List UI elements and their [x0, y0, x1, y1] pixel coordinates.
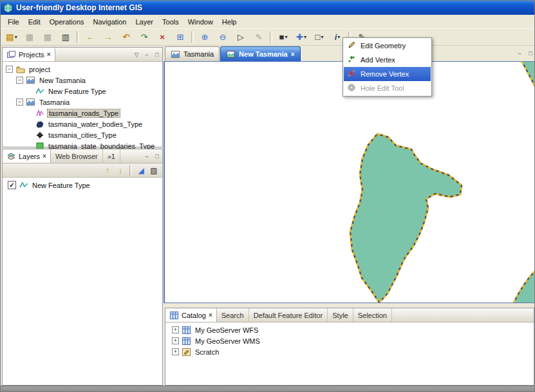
- close-icon[interactable]: ×: [291, 51, 295, 58]
- menubar: File Edit Operations Navigation Layer To…: [1, 15, 535, 29]
- apply-button[interactable]: ▷: [232, 30, 250, 45]
- maximize-icon[interactable]: □: [525, 50, 535, 57]
- dropdown-arrow-icon: ▾: [285, 34, 287, 40]
- tree-item-project[interactable]: − project: [3, 64, 162, 75]
- toolbar-separator: [77, 32, 79, 43]
- tab-view-stack-chevron[interactable]: »1: [103, 149, 120, 163]
- tree-item-new-feature-type[interactable]: New Feature Type: [3, 86, 162, 97]
- tree-item-tasmania[interactable]: − Tasmania: [3, 97, 162, 107]
- layer-visibility-checkbox[interactable]: ✓: [8, 181, 16, 189]
- zoom-in-button[interactable]: ⊕: [196, 30, 214, 45]
- tree-item-new-tasmania[interactable]: − New Tasmania: [3, 75, 162, 86]
- layer-item-label: New Feature Type: [31, 182, 91, 189]
- redo-button[interactable]: ↷: [135, 30, 153, 45]
- service-grid-icon: [182, 337, 191, 346]
- cities-layer-icon: [35, 131, 44, 140]
- catalog-item-geoserver-wfs[interactable]: + My GeoServer WFS: [165, 324, 534, 335]
- project-folder-icon: [15, 65, 25, 74]
- main-toolbar: ▤▾ ▦ ▦ ▥ ← → ↶ ↷ × ⊞ ⊕ ⊖ ▷ ✎ ■▾ ✚▾ □▾ i▾…: [1, 29, 535, 46]
- tab-label: Layers: [19, 153, 40, 160]
- menu-navigation[interactable]: Navigation: [89, 17, 131, 27]
- tab-search[interactable]: Search: [217, 308, 249, 322]
- tab-selection[interactable]: Selection: [353, 308, 392, 322]
- dropdown-arrow-icon: ▾: [304, 34, 306, 40]
- window-title: User-friendly Desktop Internet GIS: [16, 3, 142, 12]
- tree-item-label: tasmania_cities_Type: [47, 131, 118, 139]
- tab-default-feature-editor[interactable]: Default Feature Editor: [249, 308, 328, 322]
- open-map-button[interactable]: ▥: [57, 30, 75, 45]
- new-wizard-button[interactable]: ▤▾: [3, 30, 21, 45]
- menu-operations[interactable]: Operations: [45, 17, 89, 27]
- menu-item-hole-edit-tool[interactable]: Hole Edit Tool: [344, 81, 431, 95]
- tree-item-tasmania-roads[interactable]: tasmania_roads_Type: [3, 107, 162, 118]
- map-render: [165, 62, 535, 303]
- collapse-icon[interactable]: −: [16, 98, 23, 106]
- tree-item-label: tasmania_roads_Type: [47, 109, 120, 118]
- move-layer-down-button[interactable]: ↓: [115, 165, 126, 176]
- tab-web-browser[interactable]: Web Browser: [51, 149, 103, 163]
- menu-item-edit-geometry[interactable]: Edit Geometry: [344, 39, 431, 53]
- menu-window[interactable]: Window: [183, 17, 218, 27]
- catalog-panel: Catalog × Search Default Feature Editor …: [165, 308, 534, 386]
- minimize-icon[interactable]: −: [514, 50, 525, 57]
- tree-item-tasmania-cities[interactable]: tasmania_cities_Type: [3, 129, 162, 140]
- catalog-item-scratch[interactable]: + Scratch: [165, 346, 534, 357]
- tab-style[interactable]: Style: [328, 308, 353, 322]
- back-button[interactable]: ←: [81, 30, 99, 45]
- undo-button[interactable]: ↶: [117, 30, 135, 45]
- menu-item-add-vertex[interactable]: Add Vertex: [344, 53, 431, 67]
- style-editor-button[interactable]: ◢: [135, 165, 147, 176]
- close-icon[interactable]: ×: [42, 153, 46, 160]
- close-icon[interactable]: ×: [209, 312, 212, 319]
- catalog-item-geoserver-wms[interactable]: + My GeoServer WMS: [165, 335, 534, 346]
- maximize-icon[interactable]: □: [152, 149, 162, 163]
- expand-icon[interactable]: +: [172, 326, 179, 333]
- move-layer-up-button[interactable]: ↑: [102, 165, 113, 176]
- collapse-icon[interactable]: −: [16, 77, 23, 84]
- map-canvas[interactable]: [164, 61, 535, 303]
- menu-file[interactable]: File: [3, 17, 24, 27]
- horizontal-sash[interactable]: [164, 303, 535, 308]
- zoom-out-button[interactable]: ⊖: [214, 30, 232, 45]
- expand-icon[interactable]: +: [172, 348, 179, 355]
- tree-item-label: tasmania_water_bodies_Type: [47, 120, 144, 128]
- menu-tools[interactable]: Tools: [158, 17, 183, 27]
- zoom-extent-button[interactable]: ⊞: [171, 30, 189, 45]
- catalog-icon: [169, 311, 179, 320]
- view-menu-icon[interactable]: ▽: [131, 48, 142, 61]
- toolbar-separator: [191, 32, 194, 43]
- app-icon: [3, 3, 13, 12]
- map-icon: [26, 76, 35, 85]
- menu-layer[interactable]: Layer: [131, 17, 158, 27]
- zoom-to-layer-button[interactable]: ▨: [148, 165, 160, 176]
- editor-tab-tasmania[interactable]: Tasmania: [165, 46, 220, 61]
- forward-button[interactable]: →: [99, 30, 117, 45]
- tab-projects[interactable]: Projects ×: [3, 48, 55, 61]
- minimize-icon[interactable]: −: [142, 149, 152, 163]
- tree-item-label: New Tasmania: [38, 77, 87, 84]
- cancel-edits-button[interactable]: ✎: [250, 30, 268, 45]
- menu-edit[interactable]: Edit: [24, 17, 45, 27]
- pan-tool-button[interactable]: ✚▾: [292, 30, 310, 45]
- expand-icon[interactable]: +: [172, 337, 179, 344]
- menu-help[interactable]: Help: [218, 17, 241, 27]
- save-button[interactable]: ▦: [21, 30, 39, 45]
- minimize-icon[interactable]: −: [142, 48, 152, 61]
- menu-item-remove-vertex[interactable]: Remove Vertex: [344, 67, 431, 81]
- box-select-tool-button[interactable]: □▾: [310, 30, 328, 45]
- tab-catalog[interactable]: Catalog ×: [165, 308, 217, 322]
- layers-toolbar: ↑ ↓ ◢ ▨: [3, 163, 162, 178]
- save-all-button[interactable]: ▦: [39, 30, 57, 45]
- tree-item-tasmania-water-bodies[interactable]: tasmania_water_bodies_Type: [3, 118, 162, 129]
- delete-button[interactable]: ×: [153, 30, 171, 45]
- close-icon[interactable]: ×: [47, 51, 51, 58]
- select-tool-button[interactable]: ■▾: [274, 30, 292, 45]
- edit-tools-context-menu: Edit Geometry Add Vertex Remove Vertex H…: [343, 37, 432, 97]
- maximize-icon[interactable]: □: [152, 48, 162, 61]
- titlebar[interactable]: User-friendly Desktop Internet GIS: [1, 1, 535, 15]
- editor-tab-new-tasmania[interactable]: New Tasmania ×: [220, 46, 300, 61]
- tab-layers[interactable]: Layers ×: [3, 149, 51, 163]
- layers-panel: Layers × Web Browser »1 − □ ↑ ↓ ◢ ▨ ✓: [2, 149, 163, 386]
- layer-item-new-feature-type[interactable]: ✓ New Feature Type: [3, 180, 162, 191]
- collapse-icon[interactable]: −: [6, 66, 13, 73]
